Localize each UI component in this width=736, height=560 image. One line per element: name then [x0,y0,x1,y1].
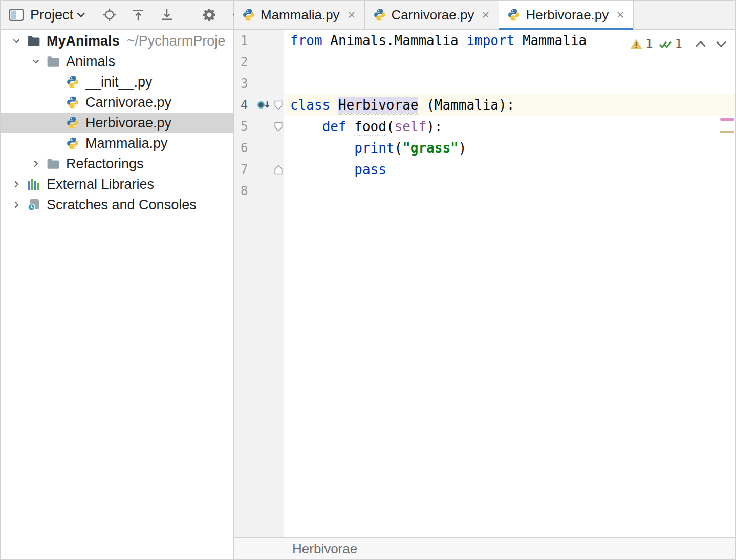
ok-count: 1 [675,37,682,51]
line-number: 2 [234,55,255,69]
code-content[interactable]: pass [285,159,735,180]
collapse-all-icon[interactable] [158,6,176,24]
tree-item-label: Refactorings [66,156,144,172]
scratches-icon [26,198,41,211]
editor-gutter-line: 7 [234,159,285,180]
chevron-spacer [46,137,65,150]
chevron-right-icon[interactable] [7,198,26,211]
scrollbar-stripe-mark-tan[interactable] [720,131,734,133]
settings-gear-icon[interactable] [201,6,218,24]
chevron-spacer [46,75,65,89]
tree-item-path: ~/PycharmProje [127,33,226,49]
tree-item-refactorings[interactable]: Refactorings [1,154,233,174]
project-view-label: Project [30,7,73,23]
code-content[interactable] [285,180,735,202]
project-panel: Project [1,1,234,559]
tab-label: Herbivorae.py [526,7,609,23]
tree-item-label: External Libraries [47,177,154,192]
tree-item-external-libraries[interactable]: External Libraries [1,174,233,195]
tab-mammalia-py[interactable]: Mammalia.py [234,1,365,29]
line-number: 3 [234,76,255,91]
toolbar-divider [188,8,188,22]
code-content[interactable]: class Herbivorae (Mammalia): [285,94,735,116]
inspection-warnings[interactable]: 1 [630,37,653,51]
tree-item-scratches-and-consoles[interactable]: Scratches and Consoles [1,195,233,215]
scrollbar-stripe-mark-pink[interactable] [720,118,734,121]
line-number: 4 [234,98,255,112]
project-view-selector[interactable]: Project [30,7,85,23]
python-file-icon [507,9,521,21]
locate-file-icon[interactable] [101,6,118,24]
editor-gutter-line: 3 [234,73,285,94]
fold-end-icon[interactable] [274,165,283,175]
breadcrumb-bar: Herbivorae [234,537,735,559]
close-tab-icon[interactable] [347,10,356,19]
inspection-ok[interactable]: 1 [658,37,682,51]
warning-count: 1 [645,37,653,51]
tree-item-animals[interactable]: Animals [1,51,233,72]
tree-item-label: __init__.py [85,74,153,90]
editor-gutter-line: 4 [234,94,285,116]
tree-item-label: Scratches and Consoles [47,197,197,213]
tree-item-mammalia-py[interactable]: Mammalia.py [1,133,233,154]
editor-tab-bar: Mammalia.pyCarnivorae.pyHerbivorae.py [234,1,735,30]
code-line-8: 8 [234,180,735,202]
close-tab-icon[interactable] [616,10,625,19]
python-file-icon [65,137,80,150]
folder-icon [46,55,61,68]
code-content[interactable]: def food(self): [285,116,735,137]
chevron-right-icon[interactable] [7,178,26,191]
python-file-icon [65,96,80,109]
editor-gutter-line: 5 [234,116,285,137]
code-line-5: 5 def food(self): [234,116,735,137]
line-number: 8 [234,184,255,198]
code-line-4: 4class Herbivorae (Mammalia): [234,94,735,116]
chevron-spacer [46,96,65,109]
double-check-icon [658,38,673,50]
close-tab-icon[interactable] [481,10,490,19]
python-file-icon [373,9,386,21]
overridden-marker-icon[interactable] [256,100,271,110]
chevron-down-icon [76,11,85,18]
libraries-icon [26,178,41,191]
code-line-6: 6 print("grass") [234,137,735,159]
tree-item-carnivorae-py[interactable]: Carnivorae.py [1,92,233,113]
chevron-right-icon[interactable] [26,157,46,170]
tree-item-myanimals[interactable]: MyAnimals~/PycharmProje [1,31,233,51]
folder-icon [46,157,61,170]
expand-all-icon[interactable] [129,6,147,24]
code-line-7: 7 pass [234,159,735,180]
project-tool-window-icon[interactable] [9,6,24,24]
tree-item-label: Carnivorae.py [85,95,171,111]
code-line-3: 3 [234,73,735,94]
tree-item-init-py[interactable]: __init__.py [1,72,233,92]
chevron-down-icon[interactable] [26,55,46,68]
fold-start-icon[interactable] [274,122,283,132]
previous-problem-icon[interactable] [695,40,707,48]
editor[interactable]: 1from Animals.Mammalia import Mammalia23… [234,30,735,537]
editor-gutter-line: 1 [234,30,285,51]
tab-carnivorae-py[interactable]: Carnivorae.py [365,1,500,29]
python-file-icon [65,116,80,130]
breadcrumb-item[interactable]: Herbivorae [292,541,357,557]
pycharm-window: Project [0,0,736,560]
tree-item-label: Herbivorae.py [85,115,171,131]
folder-root-icon [26,34,41,48]
tree-item-label: Mammalia.py [85,136,168,152]
line-number: 1 [234,33,255,48]
code-content[interactable] [285,51,735,73]
code-lines-container: 1from Animals.Mammalia import Mammalia23… [234,30,735,202]
code-content[interactable] [285,73,735,94]
editor-gutter-line: 6 [234,137,285,159]
python-file-icon [242,9,255,21]
fold-start-icon[interactable] [274,100,283,110]
code-content[interactable]: print("grass") [285,137,735,159]
tree-item-herbivorae-py[interactable]: Herbivorae.py [1,113,233,133]
chevron-spacer [46,116,65,130]
project-tree: MyAnimals~/PycharmProjeAnimals__init__.p… [1,30,233,215]
tab-herbivorae-py[interactable]: Herbivorae.py [499,1,634,29]
chevron-down-icon[interactable] [7,34,26,48]
editor-pane: Mammalia.pyCarnivorae.pyHerbivorae.py 1f… [234,1,735,559]
next-problem-icon[interactable] [715,40,727,48]
project-toolbar: Project [1,1,233,30]
